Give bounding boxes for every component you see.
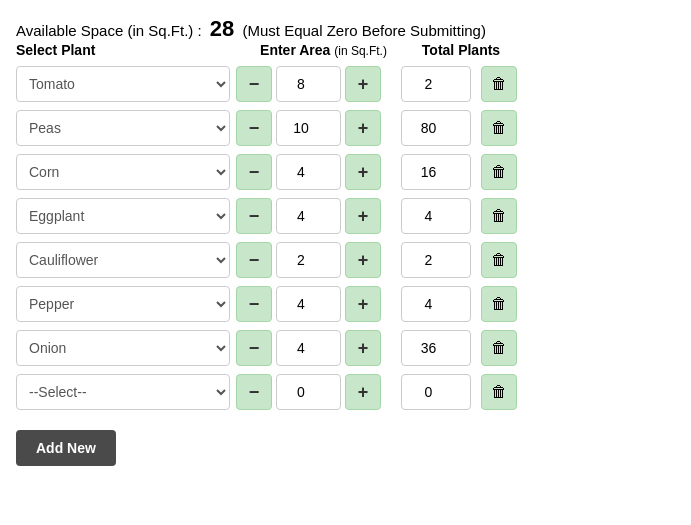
total-plants-input[interactable] bbox=[401, 154, 471, 190]
trash-icon: 🗑 bbox=[491, 339, 507, 357]
plus-button[interactable]: + bbox=[345, 286, 381, 322]
constraint-text: (Must Equal Zero Before Submitting) bbox=[243, 22, 486, 39]
delete-button[interactable]: 🗑 bbox=[481, 374, 517, 410]
minus-button[interactable]: − bbox=[236, 286, 272, 322]
trash-icon: 🗑 bbox=[491, 75, 507, 93]
area-controls: −+ bbox=[236, 66, 381, 102]
header: Available Space (in Sq.Ft.) : 28 (Must E… bbox=[16, 16, 675, 42]
minus-button[interactable]: − bbox=[236, 374, 272, 410]
total-plants-input[interactable] bbox=[401, 66, 471, 102]
minus-button[interactable]: − bbox=[236, 198, 272, 234]
delete-button[interactable]: 🗑 bbox=[481, 154, 517, 190]
area-input[interactable] bbox=[276, 330, 341, 366]
trash-icon: 🗑 bbox=[491, 383, 507, 401]
column-headers: Select Plant Enter Area (in Sq.Ft.) Tota… bbox=[16, 42, 675, 58]
minus-button[interactable]: − bbox=[236, 242, 272, 278]
delete-button[interactable]: 🗑 bbox=[481, 286, 517, 322]
area-controls: −+ bbox=[236, 154, 381, 190]
plant-select[interactable]: --Select--TomatoPeasCornEggplantCauliflo… bbox=[16, 374, 230, 410]
col-header-select-plant: Select Plant bbox=[16, 42, 236, 58]
area-controls: −+ bbox=[236, 374, 381, 410]
area-input[interactable] bbox=[276, 66, 341, 102]
area-input[interactable] bbox=[276, 242, 341, 278]
plant-rows-container: --Select--TomatoPeasCornEggplantCauliflo… bbox=[16, 66, 675, 410]
total-plants-input[interactable] bbox=[401, 242, 471, 278]
plant-row: --Select--TomatoPeasCornEggplantCauliflo… bbox=[16, 374, 675, 410]
trash-icon: 🗑 bbox=[491, 119, 507, 137]
trash-icon: 🗑 bbox=[491, 251, 507, 269]
delete-button[interactable]: 🗑 bbox=[481, 242, 517, 278]
col-header-total-plants: Total Plants bbox=[411, 42, 511, 58]
plant-select[interactable]: --Select--TomatoPeasCornEggplantCauliflo… bbox=[16, 110, 230, 146]
minus-button[interactable]: − bbox=[236, 110, 272, 146]
plant-row: --Select--TomatoPeasCornEggplantCauliflo… bbox=[16, 66, 675, 102]
minus-button[interactable]: − bbox=[236, 330, 272, 366]
area-controls: −+ bbox=[236, 242, 381, 278]
total-plants-input[interactable] bbox=[401, 374, 471, 410]
plant-select[interactable]: --Select--TomatoPeasCornEggplantCauliflo… bbox=[16, 154, 230, 190]
plus-button[interactable]: + bbox=[345, 154, 381, 190]
plant-select[interactable]: --Select--TomatoPeasCornEggplantCauliflo… bbox=[16, 198, 230, 234]
plant-select[interactable]: --Select--TomatoPeasCornEggplantCauliflo… bbox=[16, 286, 230, 322]
area-input[interactable] bbox=[276, 154, 341, 190]
plant-row: --Select--TomatoPeasCornEggplantCauliflo… bbox=[16, 330, 675, 366]
plus-button[interactable]: + bbox=[345, 110, 381, 146]
plant-row: --Select--TomatoPeasCornEggplantCauliflo… bbox=[16, 154, 675, 190]
plus-button[interactable]: + bbox=[345, 374, 381, 410]
delete-button[interactable]: 🗑 bbox=[481, 110, 517, 146]
minus-button[interactable]: − bbox=[236, 154, 272, 190]
trash-icon: 🗑 bbox=[491, 295, 507, 313]
plant-row: --Select--TomatoPeasCornEggplantCauliflo… bbox=[16, 110, 675, 146]
plant-row: --Select--TomatoPeasCornEggplantCauliflo… bbox=[16, 242, 675, 278]
trash-icon: 🗑 bbox=[491, 207, 507, 225]
available-space-label: Available Space bbox=[16, 22, 123, 39]
delete-button[interactable]: 🗑 bbox=[481, 198, 517, 234]
area-controls: −+ bbox=[236, 198, 381, 234]
plus-button[interactable]: + bbox=[345, 198, 381, 234]
plant-select[interactable]: --Select--TomatoPeasCornEggplantCauliflo… bbox=[16, 242, 230, 278]
plus-button[interactable]: + bbox=[345, 242, 381, 278]
plant-row: --Select--TomatoPeasCornEggplantCauliflo… bbox=[16, 286, 675, 322]
area-controls: −+ bbox=[236, 110, 381, 146]
area-controls: −+ bbox=[236, 286, 381, 322]
plant-select[interactable]: --Select--TomatoPeasCornEggplantCauliflo… bbox=[16, 330, 230, 366]
minus-button[interactable]: − bbox=[236, 66, 272, 102]
area-input[interactable] bbox=[276, 198, 341, 234]
plus-button[interactable]: + bbox=[345, 66, 381, 102]
total-plants-input[interactable] bbox=[401, 110, 471, 146]
delete-button[interactable]: 🗑 bbox=[481, 66, 517, 102]
plant-row: --Select--TomatoPeasCornEggplantCauliflo… bbox=[16, 198, 675, 234]
total-plants-input[interactable] bbox=[401, 330, 471, 366]
area-input[interactable] bbox=[276, 110, 341, 146]
unit-label: (in Sq.Ft.) : bbox=[127, 22, 205, 39]
trash-icon: 🗑 bbox=[491, 163, 507, 181]
delete-button[interactable]: 🗑 bbox=[481, 330, 517, 366]
area-input[interactable] bbox=[276, 374, 341, 410]
add-new-button[interactable]: Add New bbox=[16, 430, 116, 466]
total-plants-input[interactable] bbox=[401, 286, 471, 322]
total-plants-input[interactable] bbox=[401, 198, 471, 234]
available-space-value: 28 bbox=[210, 16, 234, 41]
area-controls: −+ bbox=[236, 330, 381, 366]
col-header-enter-area: Enter Area (in Sq.Ft.) bbox=[236, 42, 411, 58]
area-input[interactable] bbox=[276, 286, 341, 322]
plant-select[interactable]: --Select--TomatoPeasCornEggplantCauliflo… bbox=[16, 66, 230, 102]
plus-button[interactable]: + bbox=[345, 330, 381, 366]
